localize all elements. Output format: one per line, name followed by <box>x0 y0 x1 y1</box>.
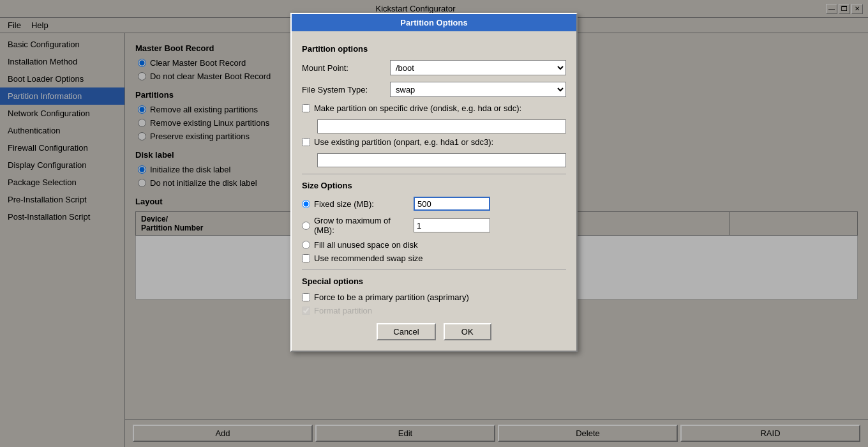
swap-size-label: Use recommended swap size <box>314 254 423 263</box>
dialog-btn-row: Cancel OK <box>302 323 566 340</box>
force-primary-label: Force to be a primary partition (asprima… <box>314 292 469 302</box>
specific-drive-input[interactable] <box>317 119 566 133</box>
fs-type-label: File System Type: <box>302 85 385 95</box>
dialog-body: Partition options Mount Point: /boot / /… <box>292 31 576 351</box>
existing-partition-label: Use existing partition (onpart, e.g. hda… <box>314 137 493 147</box>
swap-size-checkbox[interactable] <box>302 254 310 262</box>
existing-partition-input[interactable] <box>317 153 566 167</box>
dialog-overlay: Partition Options Partition options Moun… <box>0 0 868 447</box>
mount-point-row: Mount Point: /boot / /home swap <box>302 60 566 75</box>
specific-drive-row: Make partition on specific drive (ondisk… <box>302 103 566 113</box>
size-options-title: Size Options <box>302 181 566 190</box>
grow-max-row: Grow to maximum of (MB): <box>302 216 566 235</box>
fixed-size-row: Fixed size (MB): <box>302 197 566 211</box>
existing-partition-checkbox[interactable] <box>302 138 310 146</box>
specific-drive-input-container <box>317 117 566 133</box>
specific-drive-checkbox[interactable] <box>302 104 310 112</box>
specific-drive-label: Make partition on specific drive (ondisk… <box>314 103 521 113</box>
dialog-title: Partition Options <box>292 14 576 31</box>
format-partition-label: Format partition <box>314 306 372 315</box>
fill-unused-radio[interactable] <box>302 241 310 249</box>
mount-point-select[interactable]: /boot / /home swap <box>390 60 566 75</box>
existing-partition-row: Use existing partition (onpart, e.g. hda… <box>302 137 566 147</box>
format-partition-checkbox <box>302 307 310 315</box>
fixed-size-input[interactable] <box>414 197 490 211</box>
format-partition-row: Format partition <box>302 306 566 315</box>
fs-type-row: File System Type: swap ext4 ext3 xfs <box>302 82 566 97</box>
fill-unused-label: Fill all unused space on disk <box>314 240 418 250</box>
fs-type-select[interactable]: swap ext4 ext3 xfs <box>390 82 566 97</box>
ok-button[interactable]: OK <box>444 323 491 340</box>
grow-max-radio[interactable] <box>302 222 310 230</box>
cancel-button[interactable]: Cancel <box>377 323 435 340</box>
special-options-title: Special options <box>302 277 566 286</box>
swap-size-row: Use recommended swap size <box>302 254 566 263</box>
force-primary-checkbox[interactable] <box>302 293 310 301</box>
mount-point-label: Mount Point: <box>302 63 385 73</box>
fixed-size-radio[interactable] <box>302 200 310 208</box>
grow-max-label: Grow to maximum of (MB): <box>314 216 410 235</box>
grow-max-input[interactable] <box>414 218 490 232</box>
force-primary-row: Force to be a primary partition (asprima… <box>302 292 566 302</box>
fill-unused-row: Fill all unused space on disk <box>302 240 566 250</box>
partition-options-dialog: Partition Options Partition options Moun… <box>290 13 578 352</box>
partition-options-section-title: Partition options <box>302 44 566 54</box>
fixed-size-label: Fixed size (MB): <box>314 199 410 209</box>
existing-partition-input-container <box>317 151 566 167</box>
